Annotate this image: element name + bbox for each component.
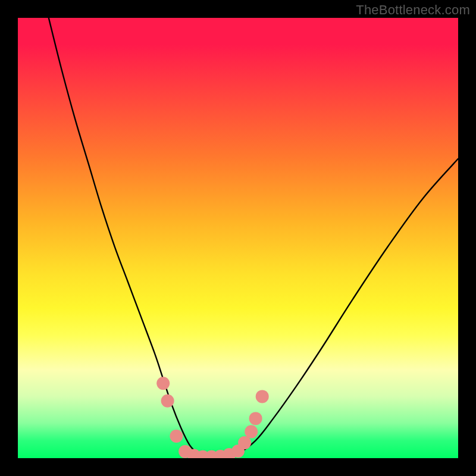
watermark-text: TheBottleneck.com	[356, 2, 470, 18]
highlight-dot	[170, 430, 183, 443]
chart-plot-area	[18, 18, 458, 458]
highlight-dot	[238, 436, 251, 449]
highlight-dot	[156, 377, 170, 390]
highlight-dot	[249, 412, 262, 425]
chart-stage: TheBottleneck.com	[0, 0, 476, 476]
highlight-dot	[245, 425, 258, 439]
highlight-dot	[256, 390, 269, 403]
chart-svg	[18, 18, 458, 458]
highlight-dot	[161, 394, 174, 408]
bottleneck-curve	[49, 18, 458, 458]
highlight-dots	[156, 377, 269, 458]
